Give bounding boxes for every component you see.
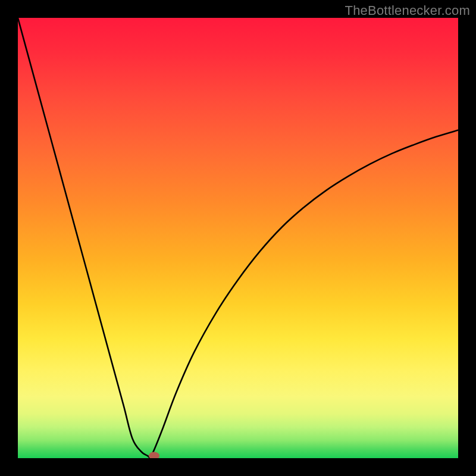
chart-stage: TheBottlenecker.com	[0, 0, 476, 476]
bottleneck-curve-path	[18, 18, 458, 458]
optimal-point-marker	[149, 452, 159, 458]
plot-area	[18, 18, 458, 458]
watermark-text: TheBottlenecker.com	[345, 3, 470, 18]
curve-svg	[18, 18, 458, 458]
